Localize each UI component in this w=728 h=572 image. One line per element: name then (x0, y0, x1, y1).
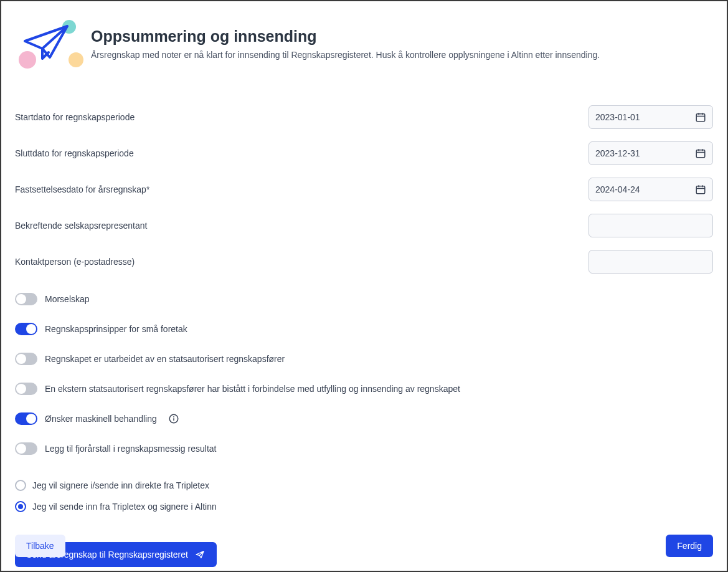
auth-accountant-label: Regnskapet er utarbeidet av en statsauto… (45, 354, 285, 364)
sign-tripletex-radio[interactable] (15, 480, 26, 491)
summary-submission-dialog: Oppsummering og innsending Årsregnskap m… (0, 0, 728, 572)
back-button[interactable]: Tilbake (15, 535, 65, 557)
small-principles-toggle[interactable] (15, 323, 37, 335)
representative-input[interactable] (589, 214, 713, 237)
small-principles-label: Regnskapsprinsipper for små foretak (45, 324, 187, 334)
approval-date-field[interactable] (595, 184, 691, 194)
start-date-input[interactable] (589, 105, 713, 129)
approval-date-input[interactable] (589, 178, 713, 201)
prev-year-label: Legg til fjorårstall i regnskapsmessig r… (45, 444, 216, 454)
parent-company-toggle[interactable] (15, 293, 37, 305)
paper-plane-icon (22, 22, 71, 65)
svg-rect-4 (696, 150, 705, 158)
svg-point-14 (173, 416, 174, 417)
calendar-icon (695, 184, 706, 195)
end-date-input[interactable] (589, 141, 713, 165)
page-title: Oppsummering og innsending (91, 27, 600, 45)
machine-processing-label: Ønsker maskinell behandling (45, 414, 157, 424)
sign-tripletex-label: Jeg vil signere i/sende inn direkte fra … (32, 480, 209, 490)
header: Oppsummering og innsending Årsregnskap m… (15, 19, 713, 69)
external-accountant-label: En ekstern statsautorisert regnskapsføre… (45, 384, 460, 394)
auth-accountant-toggle[interactable] (15, 353, 37, 365)
representative-field[interactable] (595, 221, 706, 231)
calendar-icon (695, 148, 706, 159)
end-date-field[interactable] (595, 148, 691, 158)
contact-field[interactable] (595, 257, 706, 267)
external-accountant-toggle[interactable] (15, 383, 37, 395)
info-icon[interactable] (168, 413, 179, 424)
svg-rect-0 (696, 114, 705, 122)
sign-altinn-radio[interactable] (15, 501, 26, 512)
parent-company-label: Morselskap (45, 294, 90, 304)
end-date-label: Sluttdato for regnskapsperiode (15, 148, 134, 158)
prev-year-toggle[interactable] (15, 442, 37, 455)
contact-label: Kontaktperson (e-postadresse) (15, 257, 135, 267)
representative-label: Bekreftende selskapsrepresentant (15, 221, 147, 231)
paper-plane-illustration (15, 19, 77, 69)
start-date-label: Startdato for regnskapsperiode (15, 112, 135, 122)
sign-altinn-label: Jeg vil sende inn fra Tripletex og signe… (32, 502, 217, 512)
page-subtitle: Årsregnskap med noter er nå klart for in… (91, 49, 600, 62)
done-button[interactable]: Ferdig (666, 535, 713, 557)
calendar-icon (695, 112, 706, 123)
svg-rect-8 (696, 186, 705, 194)
start-date-field[interactable] (595, 112, 691, 122)
contact-input[interactable] (589, 250, 713, 274)
machine-processing-toggle[interactable] (15, 412, 37, 425)
approval-date-label: Fastsettelsesdato for årsregnskap* (15, 184, 149, 194)
